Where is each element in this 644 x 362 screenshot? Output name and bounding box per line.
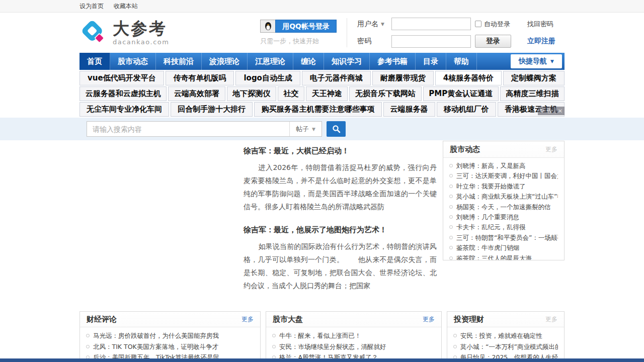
- article-title[interactable]: 徐吉军：最近，他展示了地图炮行为艺术！: [244, 225, 437, 235]
- ad-link[interactable]: 回合制手游十大排行: [171, 102, 253, 117]
- list-item[interactable]: 杨国英：今天，一个加速撕裂的信: [449, 202, 558, 212]
- ad-link[interactable]: logo自动生成: [235, 71, 300, 85]
- login-form: 用户名 ▼ 自动登录 找回密码 密码 登录 立即注册: [357, 18, 565, 48]
- more-link[interactable]: 更多: [423, 315, 435, 324]
- bookmark-site-link[interactable]: 收藏本站: [114, 3, 138, 10]
- ad-link[interactable]: vue低代码开发平台: [79, 71, 164, 85]
- find-password-link[interactable]: 找回密码: [527, 20, 565, 29]
- ad-row-1: vue低代码开发平台 传奇有单机版吗 logo自动生成 电子元器件商城 耐磨履带…: [79, 71, 565, 85]
- list-item[interactable]: 刘晓博：几个重要消息: [449, 212, 558, 222]
- username-dropdown-icon[interactable]: ▼: [381, 22, 384, 27]
- nav-item-tech[interactable]: 科技前沿: [156, 53, 202, 70]
- username-label: 用户名 ▼: [357, 20, 387, 29]
- ad-badge-divider: [555, 108, 555, 114]
- nav-item-stock-news[interactable]: 股市动态: [110, 53, 156, 70]
- panel-header: 投资理财 更多: [447, 312, 564, 327]
- ad-link[interactable]: 社交: [278, 86, 304, 101]
- more-link[interactable]: 更多: [545, 145, 557, 154]
- ad-link[interactable]: 无尘车间专业净化车间: [79, 102, 169, 117]
- search-type-dropdown[interactable]: 帖子 ▼: [289, 122, 321, 136]
- list-item[interactable]: 鉴茶院：三代人的星辰大海: [449, 253, 558, 260]
- list-item[interactable]: 北风：TIK TOK美国方案落地，证明敢斗争才: [86, 341, 254, 352]
- ad-link[interactable]: 定制蝶阀方案: [503, 71, 565, 85]
- nav-item-help[interactable]: 帮助: [446, 53, 477, 70]
- ad-row-2: 云服务器和云虚拟主机 云端高效部署 地下探测仪 社交 天王神途 无损音乐下载网站…: [79, 86, 565, 101]
- ad-link[interactable]: 地下探测仪: [227, 86, 276, 101]
- list-item[interactable]: 莫小城：“一本万利”商业模式频出的中: [453, 341, 558, 352]
- nav-item-gann-theory[interactable]: 江恩理论: [248, 53, 293, 70]
- qq-login-button[interactable]: 用QQ帐号登录: [260, 20, 337, 33]
- ad-close-icon[interactable]: ×: [558, 108, 562, 114]
- set-homepage-link[interactable]: 设为首页: [79, 3, 104, 10]
- ad-link[interactable]: 天王神途: [306, 86, 348, 101]
- logo-text: 大参考 dacankao.com: [113, 20, 169, 46]
- list-item[interactable]: 卡夫卡：乱纪元，乱得很: [449, 222, 558, 232]
- ad-refresh-icon[interactable]: ↻: [540, 108, 544, 114]
- list-item[interactable]: 马光远：房价跌破首付，为什么美国能弃房我: [86, 330, 254, 341]
- bottom-panels: 财经评论 更多 马光远：房价跌破首付，为什么美国能弃房我 北风：TIK TOK美…: [79, 311, 565, 362]
- quick-nav-button[interactable]: 快捷导航 ▼: [511, 54, 562, 68]
- site-title: 大参考: [113, 20, 169, 37]
- login-button[interactable]: 登录: [475, 35, 511, 48]
- auto-login-option[interactable]: 自动登录: [475, 20, 523, 29]
- search-input[interactable]: [87, 122, 289, 136]
- list-item[interactable]: 安民：市场继续呈分裂状态，清醒就好: [272, 341, 435, 352]
- nav-item-chan-theory[interactable]: 缠论: [293, 53, 324, 70]
- panel-list: 刘晓博：新高，又是新高 三可：达沃斯变调，利好中国丨国会为 叶立华：我要开始撒谎…: [443, 158, 564, 260]
- ad-link[interactable]: PMP黄金认证通道: [423, 86, 499, 101]
- site-logo[interactable]: 大参考 dacankao.com: [79, 19, 169, 46]
- ad-link[interactable]: 传奇有单机版吗: [166, 71, 234, 85]
- panel-list: 马光远：房价跌破首付，为什么美国能弃房我 北风：TIK TOK美国方案落地，证明…: [80, 327, 260, 362]
- ad-link[interactable]: 云端服务器: [383, 102, 435, 117]
- panel-stock-news: 股市动态 更多 刘晓博：新高，又是新高 三可：达沃斯变调，利好中国丨国会为 叶立…: [443, 141, 565, 260]
- ad-link[interactable]: 耐磨履带现货: [372, 71, 434, 85]
- password-label: 密码: [357, 37, 387, 46]
- chevron-down-icon: ▼: [312, 127, 315, 132]
- list-item[interactable]: 鉴茶院：牛市虎门销烟: [449, 243, 558, 253]
- footer-strip: [0, 358, 644, 362]
- ad-link[interactable]: 高精度三维扫描: [500, 86, 565, 101]
- panel-finance-comment: 财经评论 更多 马光远：房价跌破首付，为什么美国能弃房我 北风：TIK TOK美…: [79, 311, 261, 362]
- qq-login-hint: 只需一步，快速开始: [260, 37, 337, 46]
- nav-item-directory[interactable]: 目录: [416, 53, 446, 70]
- article-1: 徐吉军：最近，大棋已经启动！ 进入2026年，特朗普借着活捉马杜罗的威势，强行向…: [244, 146, 437, 213]
- site-header: 大参考 dacankao.com 用QQ帐号登录 只需一步，快速开始 用户名: [79, 13, 565, 53]
- site-domain: dacankao.com: [113, 38, 169, 46]
- list-item[interactable]: 三可：特朗普“和平委员会”：一场颠覆: [449, 233, 558, 243]
- ad-link-highlighted[interactable]: 4核服务器特价: [435, 71, 502, 85]
- list-item[interactable]: 叶立华：我要开始撒谎了: [449, 182, 558, 192]
- panel-list: 安民：投资，难就难在确定性 莫小城：“一本万利”商业模式频出的中 每日怡见：20…: [447, 327, 564, 362]
- register-link[interactable]: 立即注册: [527, 37, 565, 46]
- main-left-placeholder: [79, 140, 242, 304]
- search-button[interactable]: [327, 121, 346, 137]
- main-content: 徐吉军：最近，大棋已经启动！ 进入2026年，特朗普借着活捉马杜罗的威势，强行向…: [79, 140, 565, 304]
- ad-badge: ↻ 告 ×: [538, 107, 565, 115]
- more-link[interactable]: 更多: [545, 315, 557, 324]
- nav-item-learning[interactable]: 知识学习: [324, 53, 370, 70]
- ad-link[interactable]: 移动机组厂价: [437, 102, 496, 117]
- nav-item-books[interactable]: 参考书籍: [370, 53, 416, 70]
- list-item[interactable]: 莫小城：商业航天板块上演“过山车”行: [449, 192, 558, 202]
- list-item[interactable]: 三可：达沃斯变调，利好中国丨国会为: [449, 171, 558, 181]
- ad-link[interactable]: 购买服务器主机需要注意哪些事项: [254, 102, 381, 117]
- panel-title: 财经评论: [87, 315, 117, 324]
- panel-title: 投资理财: [454, 315, 484, 324]
- search-type-label: 帖子: [296, 125, 309, 134]
- panel-header: 股市动态 更多: [443, 141, 564, 158]
- ad-link[interactable]: 无损音乐下载网站: [349, 86, 421, 101]
- password-field[interactable]: [391, 35, 471, 48]
- panel-header: 股市大盘 更多: [266, 312, 441, 327]
- ad-link[interactable]: 电子元器件商城: [302, 71, 371, 85]
- article-title[interactable]: 徐吉军：最近，大棋已经启动！: [244, 146, 437, 156]
- ad-link[interactable]: 云服务器和云虚拟主机: [79, 86, 167, 101]
- list-item[interactable]: 刘晓博：新高，又是新高: [449, 161, 558, 171]
- ad-link[interactable]: 云端高效部署: [168, 86, 225, 101]
- list-item[interactable]: 安民：投资，难就难在确定性: [453, 330, 558, 341]
- list-item[interactable]: 牛牛：醒来，看似上涨而已！: [272, 330, 435, 341]
- panel-investment: 投资理财 更多 安民：投资，难就难在确定性 莫小城：“一本万利”商业模式频出的中…: [447, 311, 565, 362]
- nav-item-home[interactable]: 首页: [79, 53, 110, 70]
- auto-login-checkbox[interactable]: [475, 21, 481, 27]
- more-link[interactable]: 更多: [242, 315, 254, 324]
- username-field[interactable]: [391, 18, 471, 30]
- nav-item-wave-theory[interactable]: 波浪理论: [202, 53, 248, 70]
